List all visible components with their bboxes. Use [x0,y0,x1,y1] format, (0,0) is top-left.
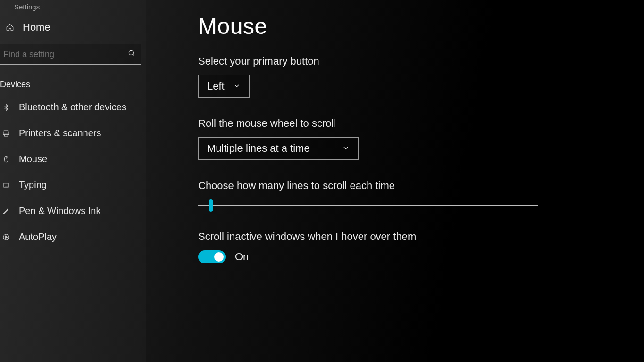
home-nav[interactable]: Home [0,15,146,40]
sidebar-nav: Bluetooth & other devices Printers & sca… [0,94,146,250]
bluetooth-icon [1,103,11,112]
slider-track [198,205,538,206]
primary-button-dropdown[interactable]: Left [198,75,250,98]
sidebar-item-printers[interactable]: Printers & scanners [0,120,146,146]
autoplay-icon [1,233,11,241]
dropdown-value: Left [207,80,225,92]
sidebar-item-pen[interactable]: Pen & Windows Ink [0,198,146,224]
toggle-knob [214,252,224,262]
lines-slider-label: Choose how many lines to scroll each tim… [198,180,616,192]
pen-icon [1,207,11,215]
search-icon [127,49,136,59]
settings-window: Settings Home Devices Bluetooth & other … [0,0,644,362]
svg-rect-3 [3,132,9,134]
search-box[interactable] [0,44,141,65]
inactive-scroll-toggle[interactable] [198,250,226,263]
sidebar-item-label: AutoPlay [19,231,57,242]
page-title: Mouse [198,13,616,39]
inactive-scroll-label: Scroll inactive windows when I hover ove… [198,230,616,243]
toggle-state-label: On [235,251,249,263]
keyboard-icon [1,182,11,189]
chevron-down-icon [342,142,350,155]
svg-rect-7 [3,183,9,187]
inactive-scroll-toggle-row: On [198,250,616,263]
sidebar: Settings Home Devices Bluetooth & other … [0,0,146,362]
home-icon [5,23,15,32]
svg-line-1 [133,54,134,56]
mouse-icon [1,155,11,164]
printer-icon [1,130,11,137]
sidebar-item-autoplay[interactable]: AutoPlay [0,224,146,250]
search-input[interactable] [3,49,127,59]
app-title: Settings [0,3,146,15]
home-label: Home [23,21,50,33]
chevron-down-icon [233,80,241,92]
wheel-scroll-dropdown[interactable]: Multiple lines at a time [198,137,359,160]
sidebar-item-mouse[interactable]: Mouse [0,146,146,172]
sidebar-item-label: Mouse [19,154,47,165]
lines-slider[interactable] [198,199,616,212]
svg-point-0 [129,50,133,55]
svg-rect-4 [5,134,8,136]
sidebar-item-label: Typing [19,180,47,190]
wheel-scroll-label: Roll the mouse wheel to scroll [198,117,616,130]
primary-button-label: Select your primary button [198,55,616,67]
sidebar-item-label: Pen & Windows Ink [19,206,100,216]
main-panel: Mouse Select your primary button Left Ro… [146,0,644,362]
sidebar-item-typing[interactable]: Typing [0,172,146,198]
sidebar-item-label: Printers & scanners [19,128,101,139]
sidebar-item-bluetooth[interactable]: Bluetooth & other devices [0,94,146,120]
dropdown-value: Multiple lines at a time [207,142,310,155]
slider-thumb[interactable] [209,199,213,212]
sidebar-item-label: Bluetooth & other devices [19,102,126,113]
sidebar-category: Devices [0,71,146,94]
